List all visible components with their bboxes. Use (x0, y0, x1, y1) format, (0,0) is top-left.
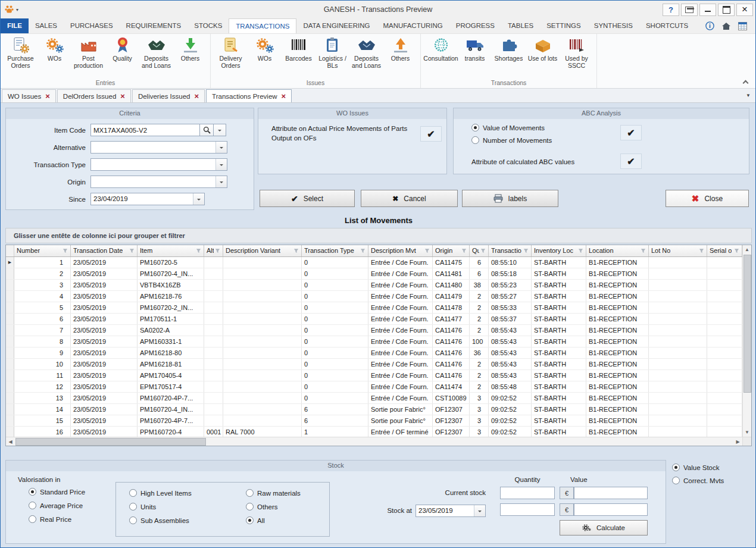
menu-tab-sales[interactable]: SALES (29, 18, 64, 33)
filter-icon[interactable] (461, 248, 467, 253)
pin-window-button[interactable] (681, 4, 698, 16)
tab-list-dropdown-button[interactable]: ▼ (746, 93, 751, 98)
ribbon-button-post-production[interactable]: Post production (71, 35, 105, 70)
abc-values-check-icon[interactable] (620, 154, 642, 169)
column-header-serial-o[interactable]: Serial o (707, 245, 742, 256)
ribbon-button-consultation[interactable]: Consultation (424, 35, 458, 64)
column-header-origin[interactable]: Origin (433, 245, 470, 256)
radio-value-stock[interactable]: Value Stock (672, 464, 724, 471)
filter-icon[interactable] (360, 248, 365, 253)
table-row[interactable]: ▶123/05/2019PM160720-50Entrée / Cde Four… (6, 257, 751, 268)
table-row[interactable]: 523/05/2019PM160720-2_IN...0Entrée / Cde… (6, 302, 751, 314)
table-row[interactable]: 923/05/2019APM16218-800Entrée / Cde Four… (6, 347, 751, 359)
item-code-input[interactable] (90, 124, 200, 136)
column-header-lot-no[interactable]: Lot No (649, 245, 707, 256)
close-window-button[interactable] (736, 4, 753, 16)
select-button[interactable]: Select (260, 190, 355, 207)
ribbon-button-deposits-and-loans[interactable]: Deposits and Loans (139, 35, 173, 70)
filter-icon[interactable] (699, 248, 704, 253)
wo-attribute-check-icon[interactable] (420, 126, 442, 142)
menu-tab-data-engineering[interactable]: DATA ENGINEERING (296, 18, 376, 33)
abc-movements-check-icon[interactable] (620, 125, 642, 140)
table-row[interactable]: 1023/05/2019APM16218-810Entrée / Cde Fou… (6, 359, 751, 370)
close-tab-icon[interactable]: × (45, 93, 50, 99)
ribbon-button-quality[interactable]: Quality (105, 35, 139, 64)
table-row[interactable]: 1223/05/2019EPM170517-40Entrée / Cde Fou… (6, 381, 751, 393)
close-tab-icon[interactable]: × (194, 93, 199, 99)
filter-icon[interactable] (480, 248, 486, 253)
ribbon-button-logistics-bls[interactable]: Logistics / BLs (315, 35, 349, 70)
menu-tab-settings[interactable]: SETTINGS (540, 18, 588, 33)
radio-units[interactable]: Units (129, 503, 192, 511)
radio-standard-price[interactable]: Standard Price (29, 488, 85, 496)
column-header-item[interactable]: Item (138, 245, 204, 256)
column-header-description-mvt[interactable]: Description Mvt (368, 245, 433, 256)
radio-value-of-movements[interactable]: Value of Movements (471, 124, 552, 131)
ribbon-button-others[interactable]: Others (173, 35, 207, 64)
column-header-transactio[interactable]: Transactio (489, 245, 532, 256)
quantity-current-input[interactable] (500, 487, 555, 499)
grid-icon[interactable] (738, 22, 747, 30)
filter-icon[interactable] (63, 248, 68, 253)
table-row[interactable]: 1323/05/2019PM160720-4P-7...0Entrée / Cd… (6, 393, 751, 404)
radio-raw-materials[interactable]: Raw materials (246, 489, 301, 497)
menu-tab-purchases[interactable]: PURCHASES (64, 18, 120, 33)
value-current-input[interactable] (574, 487, 648, 499)
item-code-dropdown-button[interactable] (214, 124, 226, 136)
column-header-location[interactable]: Location (586, 245, 649, 256)
ribbon-button-shortages[interactable]: Shortages (492, 35, 526, 64)
scroll-up-icon[interactable]: ▲ (743, 245, 752, 254)
filter-icon[interactable] (293, 248, 299, 253)
column-header-number[interactable]: Number (14, 245, 71, 256)
filter-icon[interactable] (641, 248, 646, 253)
quick-access-arrow-icon[interactable]: ▾ (16, 7, 18, 12)
ribbon-collapse-button[interactable] (741, 79, 749, 86)
radio-high-level-items[interactable]: High Level Items (129, 489, 192, 497)
calculate-button[interactable]: Calculate (560, 520, 648, 536)
menu-tab-stocks[interactable]: STOCKS (188, 18, 229, 33)
close-button[interactable]: Close (666, 190, 749, 207)
radio-sub-assemblies[interactable]: Sub Assemblies (129, 516, 192, 524)
table-row[interactable]: 1423/05/2019PM160720-4_IN...6Sortie pour… (6, 404, 751, 415)
table-row[interactable]: 223/05/2019PM160720-4_IN...0Entrée / Cde… (6, 268, 751, 280)
menu-tab-manufacturing[interactable]: MANUFACTURING (376, 18, 449, 33)
ribbon-button-used-by-sscc[interactable]: Used by SSCC (560, 35, 593, 70)
doc-tab-delorders-issued[interactable]: DelOrders Issued× (57, 89, 131, 102)
ribbon-button-others[interactable]: Others (383, 35, 417, 64)
since-date-combo[interactable]: 23/04/2019 (90, 193, 205, 205)
radio-number-of-movements[interactable]: Number of Movements (471, 136, 552, 144)
table-row[interactable]: 423/05/2019APM16218-760Entrée / Cde Four… (6, 291, 751, 302)
table-row[interactable]: 723/05/2019SA0202-A0Entrée / Cde Fourn.C… (6, 325, 751, 336)
quantity-at-input[interactable] (500, 503, 555, 516)
menu-tab-synthesis[interactable]: SYNTHESIS (588, 18, 639, 33)
menu-tab-file[interactable]: FILE (1, 18, 29, 33)
value-at-input[interactable] (574, 503, 648, 516)
ribbon-button-purchase-orders[interactable]: Purchase Orders (4, 35, 38, 70)
close-tab-icon[interactable]: × (120, 93, 125, 99)
table-row[interactable]: 823/05/2019APM160331-10Entrée / Cde Four… (6, 336, 751, 347)
filter-icon[interactable] (523, 248, 529, 253)
filter-icon[interactable] (578, 248, 583, 253)
chevron-down-icon[interactable] (215, 159, 227, 170)
menu-tab-transactions[interactable]: TRANSACTIONS (229, 18, 296, 33)
chevron-down-icon[interactable] (193, 193, 204, 205)
home-icon[interactable] (721, 22, 731, 30)
info-icon[interactable] (705, 21, 714, 30)
scroll-down-icon[interactable]: ▼ (743, 428, 752, 437)
filter-icon[interactable] (215, 248, 220, 253)
origin-combo[interactable] (90, 176, 227, 188)
radio-others[interactable]: Others (246, 503, 301, 511)
chevron-down-icon[interactable] (215, 176, 227, 187)
menu-tab-requirements[interactable]: REQUIREMENTS (120, 18, 188, 33)
app-icon[interactable] (3, 4, 15, 15)
table-row[interactable]: 1123/05/2019APM170405-40Entrée / Cde Fou… (6, 370, 751, 381)
column-header-alte[interactable]: Alte (204, 245, 223, 256)
horizontal-scroll-thumb[interactable] (15, 438, 206, 446)
ribbon-button-wos[interactable]: WOs (38, 35, 71, 64)
filter-icon[interactable] (129, 248, 135, 253)
menu-tab-progress[interactable]: PROGRESS (449, 18, 501, 33)
maximize-button[interactable] (718, 4, 735, 16)
labels-button[interactable]: labels (462, 190, 558, 207)
item-search-button[interactable] (200, 124, 214, 136)
filter-icon[interactable] (196, 248, 201, 253)
